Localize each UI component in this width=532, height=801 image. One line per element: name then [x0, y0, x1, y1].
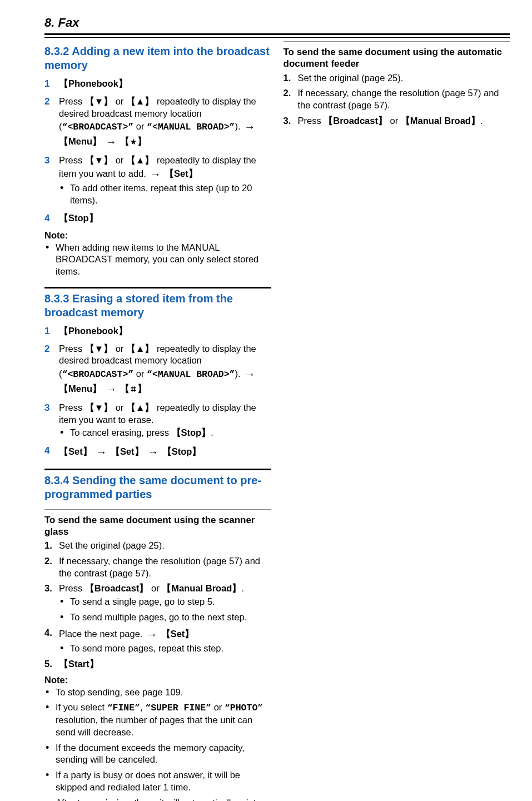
- key-phonebook: 【Phonebook】: [59, 78, 128, 88]
- substeps: To send more pages, repeat this step.: [59, 643, 271, 655]
- step-number: 3.: [44, 583, 52, 595]
- step: 2.If necessary, change the resolution (p…: [284, 87, 510, 112]
- adf-steps: 1.Set the original (page 25). 2.If neces…: [284, 72, 510, 127]
- header-rule-thin: [44, 37, 510, 38]
- step: 1.Set the original (page 25).: [284, 72, 510, 84]
- step-number: 1.: [44, 540, 52, 552]
- text: or: [113, 155, 126, 165]
- code: “<MANUAL BROAD>”: [147, 122, 235, 132]
- step-number: 3.: [284, 115, 291, 127]
- text: Press: [59, 583, 85, 593]
- key-phonebook: 【Phonebook】: [59, 326, 128, 336]
- text: Press: [59, 344, 85, 354]
- step-number: 1: [44, 325, 49, 337]
- step-number: 3: [44, 155, 49, 167]
- step-number: 4: [44, 445, 49, 457]
- code: “SUPER FINE”: [145, 703, 211, 713]
- text: Place the next page.: [59, 629, 145, 639]
- step: 4 【Set】 → 【Set】 → 【Stop】: [44, 445, 271, 459]
- key-broadcast: 【Broadcast】: [85, 583, 149, 593]
- text: ,: [140, 702, 145, 712]
- key-down: 【▼】: [85, 402, 113, 412]
- code: “<BROADCAST>”: [62, 369, 134, 380]
- key-set: 【Set】: [59, 446, 92, 456]
- step: 1.Set the original (page 25).: [44, 540, 271, 552]
- text: ).: [235, 369, 243, 379]
- text: or: [133, 369, 147, 379]
- step-number: 1.: [284, 72, 291, 84]
- step: 2.If necessary, change the resolution (p…: [44, 555, 271, 580]
- code: “<BROADCAST>”: [62, 122, 134, 132]
- list-item: If a party is busy or does not answer, i…: [44, 769, 271, 794]
- step: 3. Press 【Broadcast】 or 【Manual Broad】.: [284, 115, 510, 127]
- key-up: 【▲】: [126, 155, 154, 165]
- section-rule: [44, 469, 271, 470]
- text: When adding new items to the MANUAL BROA…: [56, 242, 258, 277]
- step: 1 【Phonebook】: [44, 325, 271, 337]
- text: To cancel erasing, press: [70, 427, 172, 437]
- step: 5.【Start】: [44, 658, 271, 670]
- header-rule-thick: [44, 33, 510, 35]
- text: .: [241, 583, 244, 593]
- note-list: When adding new items to the MANUAL BROA…: [44, 242, 271, 278]
- text: If you select: [56, 702, 107, 712]
- text: Set the original (page 25).: [59, 540, 165, 550]
- key-menu: 【Menu】: [59, 136, 102, 146]
- sub-rule: [284, 41, 510, 42]
- list-item: To add other items, repeat this step (up…: [59, 182, 271, 207]
- text: or: [113, 402, 126, 412]
- key-start: 【Start】: [59, 659, 99, 669]
- text: After transmission, the unit will automa…: [56, 798, 263, 801]
- note-label: Note:: [44, 675, 271, 685]
- key-set: 【Set】: [165, 168, 198, 178]
- key-broadcast: 【Broadcast】: [324, 116, 387, 126]
- text: Press: [59, 155, 85, 165]
- note-list: To stop sending, see page 109. If you se…: [44, 686, 271, 801]
- text: To add other items, repeat this step (up…: [70, 183, 252, 205]
- text: To send more pages, repeat this step.: [70, 643, 223, 653]
- text: If a party is busy or does not answer, i…: [56, 770, 240, 792]
- arrow-icon: →: [105, 136, 118, 148]
- substeps: To send a single page, go to step 5. To …: [59, 596, 271, 624]
- substeps: To add other items, repeat this step (up…: [59, 182, 271, 207]
- text: To send a single page, go to step 5.: [70, 596, 215, 606]
- section-rule: [44, 287, 271, 288]
- key-up: 【▲】: [126, 96, 154, 106]
- list-item: To cancel erasing, press 【Stop】.: [59, 427, 271, 439]
- list-item: To send more pages, repeat this step.: [59, 643, 271, 655]
- key-stop: 【Stop】: [59, 213, 98, 223]
- text: If necessary, change the resolution (pag…: [59, 556, 260, 578]
- arrow-icon: →: [243, 368, 256, 380]
- step-number: 2: [44, 96, 49, 108]
- chapter-title: 8. Fax: [44, 16, 510, 30]
- text: or: [148, 583, 162, 593]
- arrow-icon: →: [145, 628, 158, 640]
- arrow-icon: →: [243, 121, 256, 133]
- text: or: [387, 116, 401, 126]
- key-manual-broad: 【Manual Broad】: [401, 116, 480, 126]
- step-number: 4.: [44, 627, 52, 639]
- list-item: To stop sending, see page 109.: [44, 686, 271, 699]
- text: or: [211, 702, 225, 712]
- section-832-steps: 1 【Phonebook】 2 Press 【▼】 or 【▲】 repeate…: [44, 78, 271, 225]
- text: Press: [59, 402, 85, 412]
- list-item: To send multiple pages, go to the next s…: [59, 611, 271, 624]
- step-number: 2.: [284, 87, 291, 99]
- text: .: [211, 427, 213, 437]
- text: To send multiple pages, go to the next s…: [70, 612, 247, 622]
- text: To stop sending, see page 109.: [56, 687, 183, 697]
- text: If necessary, change the resolution (pag…: [298, 88, 499, 110]
- text: resolution, the number of pages that the…: [56, 715, 252, 737]
- key-down: 【▼】: [85, 344, 113, 354]
- step: 3 Press 【▼】 or 【▲】 repeatedly to display…: [44, 402, 271, 439]
- step-number: 5.: [44, 658, 52, 670]
- key-stop: 【Stop】: [162, 446, 202, 456]
- text: or: [113, 344, 126, 354]
- arrow-icon: →: [95, 446, 108, 458]
- list-item: If the document exceeds the memory capac…: [44, 742, 271, 767]
- step-number: 4: [44, 212, 49, 225]
- arrow-icon: →: [148, 168, 162, 180]
- substeps: To cancel erasing, press 【Stop】.: [59, 427, 271, 439]
- step: 2 Press 【▼】 or 【▲】 repeatedly to display…: [44, 96, 271, 149]
- step-number: 1: [44, 78, 49, 90]
